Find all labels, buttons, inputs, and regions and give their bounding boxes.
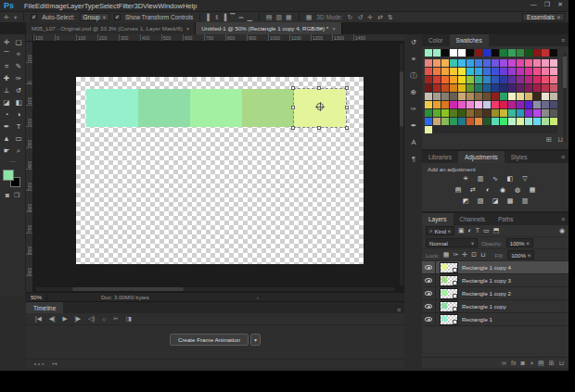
color-swatch[interactable] <box>458 84 466 92</box>
color-swatch[interactable] <box>492 118 499 125</box>
color-swatch[interactable] <box>475 93 482 100</box>
color-swatch[interactable] <box>542 68 549 75</box>
tool-button[interactable]: T <box>13 120 25 133</box>
transform-handle[interactable] <box>291 126 295 130</box>
layer-filter-icon[interactable]: ◐ <box>468 227 472 234</box>
color-swatch[interactable] <box>441 109 449 117</box>
align-icon[interactable]: ▔ <box>230 13 235 22</box>
recent-swatch[interactable] <box>475 49 482 57</box>
panel-menu-icon[interactable]: ≡ <box>561 216 565 222</box>
menu-item[interactable]: Filter <box>119 2 134 10</box>
color-swatch[interactable] <box>492 93 499 100</box>
layer-thumbnail[interactable] <box>440 288 458 299</box>
layer-name[interactable]: Rectangle 1 copy 4 <box>462 264 511 271</box>
recent-swatch[interactable] <box>425 49 432 57</box>
color-swatch[interactable] <box>500 101 507 108</box>
color-swatch[interactable] <box>425 109 432 117</box>
color-swatch[interactable] <box>425 84 432 92</box>
tool-button[interactable]: ⌕ <box>13 145 25 157</box>
recent-swatch[interactable] <box>441 49 449 57</box>
adjustment-icon[interactable]: ◧ <box>505 174 516 183</box>
transform-handle[interactable] <box>345 126 349 130</box>
color-swatch[interactable] <box>425 76 432 83</box>
threed-mode-icon[interactable]: ⇄ <box>377 13 383 22</box>
color-swatch[interactable] <box>483 76 491 83</box>
color-swatch[interactable] <box>500 68 507 75</box>
tool-button[interactable]: ✚ <box>1 72 13 84</box>
timeline-bottom-icon[interactable]: ↦ <box>52 360 57 368</box>
tool-button[interactable]: ◧ <box>13 96 25 108</box>
menu-item[interactable]: View <box>143 2 158 10</box>
tool-button[interactable]: ⊥ <box>1 84 13 96</box>
recent-swatch[interactable] <box>466 49 474 57</box>
close-icon[interactable]: × <box>332 26 336 32</box>
menu-item[interactable]: 3D <box>134 2 143 10</box>
panel-tab[interactable]: Swatches <box>450 34 489 46</box>
collapsed-panel-icon[interactable]: ≡ <box>412 56 415 63</box>
document-tab[interactable]: Untitled-1 @ 50% (Rectangle 1 copy 4, RG… <box>196 22 342 34</box>
layer-visibility-toggle[interactable] <box>422 261 436 274</box>
recent-swatch[interactable] <box>542 49 549 57</box>
auto-select-checkbox[interactable]: ✓ <box>31 14 37 20</box>
threed-mode-icon[interactable]: ↺ <box>357 13 363 22</box>
color-swatch[interactable] <box>542 118 549 125</box>
tool-button[interactable]: ⌒ <box>1 48 13 60</box>
adjustment-icon[interactable]: ▤ <box>453 185 464 194</box>
grid-options-icon[interactable]: ▦ <box>306 13 313 22</box>
menu-item[interactable]: Type <box>84 2 99 10</box>
color-swatch[interactable] <box>458 59 466 67</box>
adjustment-icon[interactable]: ▨ <box>475 196 486 205</box>
color-swatch[interactable] <box>517 76 524 83</box>
color-swatch[interactable] <box>483 68 491 75</box>
timeline-control-button[interactable]: |▶ <box>74 315 81 322</box>
panel-menu-icon[interactable]: ≡ <box>561 37 565 44</box>
adjustment-icon[interactable]: ▽ <box>519 174 530 183</box>
adjustment-icon[interactable]: ∿ <box>490 174 501 183</box>
color-swatch[interactable] <box>483 84 491 92</box>
color-swatch[interactable] <box>542 76 549 83</box>
color-swatch[interactable] <box>466 118 474 125</box>
color-swatch[interactable] <box>500 93 507 100</box>
edit-toolbar-icon[interactable]: ⋯ <box>9 158 16 166</box>
document-canvas[interactable] <box>76 77 364 264</box>
color-swatch[interactable] <box>500 118 507 125</box>
rectangle-layer-shape[interactable] <box>86 89 138 127</box>
color-swatch[interactable] <box>500 76 507 83</box>
color-swatch[interactable] <box>525 76 532 83</box>
recent-swatch[interactable] <box>492 49 499 57</box>
tool-button[interactable]: ▭ <box>13 133 25 145</box>
lock-icon[interactable]: ✛ <box>462 251 467 259</box>
color-swatch[interactable] <box>466 84 474 92</box>
layer-thumbnail[interactable] <box>440 262 458 273</box>
color-swatch[interactable] <box>550 84 557 92</box>
color-swatch[interactable] <box>533 109 541 117</box>
color-swatch[interactable] <box>508 84 516 92</box>
color-swatch[interactable] <box>458 68 466 75</box>
threed-mode-icon[interactable]: ⇅ <box>388 13 393 22</box>
threed-mode-icon[interactable]: ↻ <box>348 13 353 22</box>
recent-swatch[interactable] <box>508 49 516 57</box>
adjustment-icon[interactable]: ⇄ <box>467 185 479 194</box>
layers-footer-icon[interactable]: fx <box>511 360 516 366</box>
tool-button[interactable]: ▲ <box>1 133 13 145</box>
color-swatch[interactable] <box>525 68 532 75</box>
tool-button[interactable]: ✑ <box>13 72 25 84</box>
timeline-control-button[interactable]: ◁) <box>88 315 95 322</box>
lock-icon[interactable]: ⊔ <box>480 251 485 259</box>
color-swatch[interactable] <box>525 118 532 125</box>
threed-mode-icon[interactable]: ✛ <box>367 13 373 22</box>
color-swatch[interactable] <box>492 76 499 83</box>
color-swatch[interactable] <box>441 59 449 67</box>
color-swatch[interactable] <box>483 101 491 108</box>
color-swatch[interactable] <box>542 93 549 100</box>
foreground-color-swatch[interactable] <box>3 170 14 181</box>
color-swatch[interactable] <box>466 101 474 108</box>
rectangle-layer-shape[interactable] <box>138 89 190 127</box>
vertical-scrollbar[interactable] <box>400 44 403 286</box>
color-swatch[interactable] <box>441 76 449 83</box>
layer-name[interactable]: Rectangle 1 copy 2 <box>462 290 511 297</box>
rectangle-layer-shape[interactable] <box>242 89 294 127</box>
color-swatch[interactable] <box>466 93 474 100</box>
color-swatch[interactable] <box>433 118 441 125</box>
color-swatch[interactable] <box>517 101 524 108</box>
